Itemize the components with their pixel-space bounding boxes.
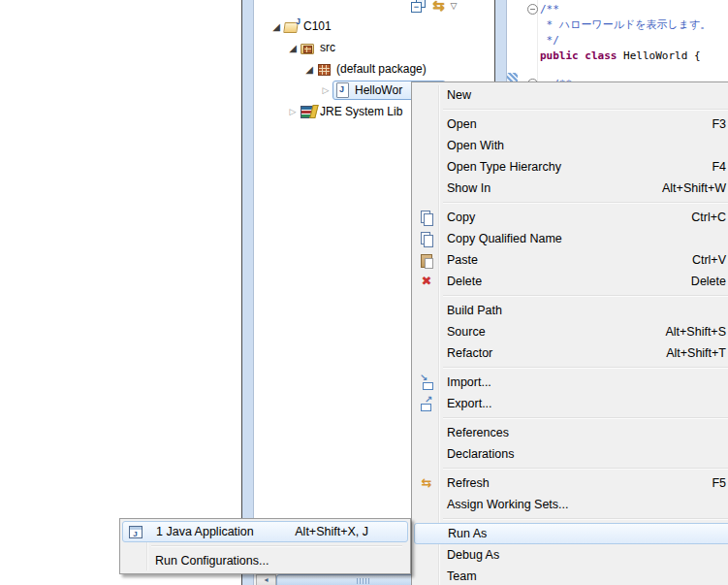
menu-item-shortcut: F4 bbox=[692, 160, 726, 174]
menu-item-new[interactable]: New bbox=[414, 84, 728, 106]
code-segment: public class bbox=[540, 49, 623, 62]
menu-item-shortcut: F3 bbox=[692, 117, 726, 131]
run-as-submenu: 1 Java ApplicationAlt+Shift+X, JRun Conf… bbox=[119, 518, 411, 574]
menu-item-import[interactable]: Import... bbox=[414, 372, 728, 393]
code-line: /** bbox=[540, 2, 559, 17]
menu-item-shortcut: Alt+Shift+S bbox=[646, 325, 726, 339]
menu-item-source[interactable]: SourceAlt+Shift+S bbox=[414, 321, 728, 342]
menu-item-assign-working-sets[interactable]: Assign Working Sets... bbox=[414, 494, 728, 515]
collapsed-twistie-icon[interactable]: ▷ bbox=[286, 107, 300, 116]
tree-item-jre-system-lib[interactable]: ▷JRE System Lib bbox=[254, 102, 402, 121]
code-line: public class HelloWorld { bbox=[540, 49, 701, 64]
left-sash[interactable] bbox=[241, 0, 254, 585]
menu-item-shortcut: Delete bbox=[672, 275, 726, 288]
menu-item-label: Run Configurations... bbox=[147, 554, 369, 568]
export-icon bbox=[419, 396, 434, 411]
menu-item-open[interactable]: OpenF3 bbox=[414, 114, 728, 135]
package-icon bbox=[316, 61, 333, 77]
menu-item-team[interactable]: Team bbox=[414, 566, 728, 585]
menu-item-label: Paste bbox=[439, 253, 673, 267]
menu-item-export[interactable]: Export... bbox=[414, 393, 728, 414]
menu-item-label: Team bbox=[439, 569, 726, 583]
menu-item-label: References bbox=[439, 426, 726, 439]
link-with-editor-icon[interactable]: ⇆ bbox=[432, 0, 445, 13]
menu-item-declarations[interactable]: Declarations bbox=[414, 443, 728, 465]
menu-item-refresh[interactable]: RefreshF5 bbox=[414, 472, 728, 494]
tree-item-label: src bbox=[317, 41, 335, 54]
menu-item-label: Copy Qualified Name bbox=[439, 232, 726, 245]
tree-item-default-package[interactable]: ◢(default package) bbox=[254, 59, 427, 79]
menu-item-label: Source bbox=[439, 325, 646, 339]
code-line: */ bbox=[540, 33, 559, 49]
menu-item-shortcut: Alt+Shift+W bbox=[643, 181, 726, 195]
delete-icon bbox=[419, 274, 434, 289]
collapsed-twistie-icon[interactable]: ▷ bbox=[319, 85, 332, 95]
menu-item-debug-as[interactable]: Debug As bbox=[414, 544, 728, 566]
menu-item-copy-qualified-name[interactable]: Copy Qualified Name bbox=[414, 228, 728, 249]
menu-item-shortcut: Alt+Shift+T bbox=[647, 346, 726, 360]
import-icon bbox=[419, 374, 434, 390]
menu-item-label: Export... bbox=[439, 397, 726, 410]
menu-item-label: Show In bbox=[439, 181, 643, 195]
library-icon bbox=[300, 104, 317, 119]
menu-item-label: 1 Java Application bbox=[148, 525, 275, 538]
menu-item-run-configurations[interactable]: Run Configurations... bbox=[122, 550, 408, 571]
menu-item-open-with[interactable]: Open With bbox=[414, 135, 728, 156]
menu-icon-cell bbox=[414, 475, 439, 491]
menu-item-label: Delete bbox=[439, 275, 672, 288]
java-project-icon bbox=[283, 18, 301, 34]
tree-item-label: HelloWor bbox=[352, 83, 402, 97]
eclipse-workbench: { "explorer": { "toolbar": { "collapse_a… bbox=[0, 0, 728, 585]
code-line: * ハローワールドを表示します。 bbox=[540, 17, 711, 33]
code-segment: HelloWorld { bbox=[623, 49, 700, 62]
menu-item-refactor[interactable]: RefactorAlt+Shift+T bbox=[414, 342, 728, 364]
context-menu: NewOpenF3Open WithOpen Type HierarchyF4S… bbox=[411, 81, 728, 585]
expanded-twistie-icon[interactable]: ◢ bbox=[269, 21, 283, 32]
expanded-twistie-icon[interactable]: ◢ bbox=[286, 43, 300, 53]
menu-item-label: Open With bbox=[439, 139, 726, 152]
menu-item-label: Declarations bbox=[439, 447, 726, 461]
code-segment: /** bbox=[540, 3, 559, 16]
menu-item-shortcut: Alt+Shift+X, J bbox=[275, 525, 368, 538]
tree-item-label: (default package) bbox=[333, 62, 427, 76]
menu-item-delete[interactable]: DeleteDelete bbox=[414, 271, 728, 292]
copy-icon bbox=[419, 231, 434, 246]
tree-item-label: C101 bbox=[301, 19, 332, 33]
scroll-left-button[interactable]: ◂ bbox=[256, 574, 276, 585]
menu-icon-cell bbox=[414, 274, 439, 289]
code-segment: * ハローワールドを表示します。 bbox=[540, 18, 711, 31]
tree-item-src[interactable]: ◢src bbox=[254, 38, 335, 57]
menu-item-label: Import... bbox=[439, 375, 726, 389]
menu-item-run-as[interactable]: Run As bbox=[414, 523, 728, 544]
menu-item-label: Refresh bbox=[439, 476, 692, 490]
paste-icon bbox=[419, 252, 434, 268]
menu-item-build-path[interactable]: Build Path bbox=[414, 300, 728, 321]
menu-item-references[interactable]: References bbox=[414, 422, 728, 443]
menu-separator bbox=[443, 465, 728, 472]
menu-separator bbox=[443, 106, 728, 114]
expanded-twistie-icon[interactable]: ◢ bbox=[302, 64, 316, 75]
menu-item-label: Debug As bbox=[439, 548, 726, 562]
view-menu-icon[interactable]: ▽ bbox=[451, 1, 458, 11]
menu-icon-cell bbox=[414, 231, 439, 246]
menu-item-label: Open Type Hierarchy bbox=[439, 160, 692, 174]
menu-item-shortcut: F5 bbox=[692, 476, 726, 490]
tree-item-c101[interactable]: ◢C101 bbox=[254, 16, 332, 36]
menu-separator bbox=[443, 199, 728, 207]
menu-icon-cell bbox=[414, 210, 439, 225]
menu-item-show-in[interactable]: Show InAlt+Shift+W bbox=[414, 178, 728, 199]
menu-item-label: Copy bbox=[439, 211, 672, 224]
menu-item-copy[interactable]: CopyCtrl+C bbox=[414, 207, 728, 228]
collapse-all-icon[interactable] bbox=[411, 0, 427, 14]
menu-item-label: Run As bbox=[440, 527, 725, 540]
menu-item-1-java-application[interactable]: 1 Java ApplicationAlt+Shift+X, J bbox=[122, 521, 408, 542]
menu-item-label: Assign Working Sets... bbox=[439, 498, 726, 511]
menu-item-paste[interactable]: PasteCtrl+V bbox=[414, 249, 728, 271]
menu-item-shortcut: Ctrl+V bbox=[673, 253, 726, 267]
refresh-icon bbox=[419, 475, 434, 491]
menu-item-open-type-hierarchy[interactable]: Open Type HierarchyF4 bbox=[414, 156, 728, 178]
menu-item-label: Build Path bbox=[439, 304, 726, 317]
fold-collapse-icon[interactable] bbox=[527, 4, 538, 15]
package-folder-icon bbox=[300, 40, 317, 55]
explorer-toolbar: ⇆ ▽ bbox=[411, 0, 458, 16]
